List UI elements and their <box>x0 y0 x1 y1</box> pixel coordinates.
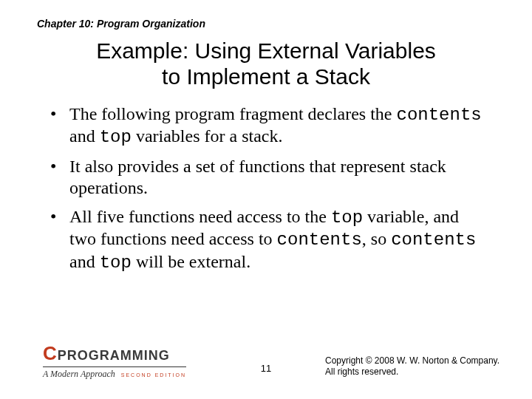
bullet-text: variables for a stack. <box>132 126 283 146</box>
code-snippet: contents <box>391 230 476 250</box>
footer: C PROGRAMMING A Modern Approach SECOND E… <box>0 343 532 380</box>
bullet-text: All five functions need access to the <box>69 207 331 226</box>
logo-tagline: A Modern Approach <box>43 369 115 380</box>
code-snippet: top <box>100 253 132 273</box>
bullet-text: and <box>69 252 100 271</box>
title-line-2: to Implement a Stack <box>162 64 370 89</box>
slide-title: Example: Using External Variables to Imp… <box>0 38 532 89</box>
bullet-item: The following program fragment declares … <box>50 103 488 149</box>
logo-edition: SECOND EDITION <box>121 372 186 378</box>
logo-word: PROGRAMMING <box>58 348 170 364</box>
bullet-text: , so <box>362 229 391 248</box>
copyright-line: Copyright © 2008 W. W. Norton & Company. <box>325 355 499 367</box>
bullet-text: It also provides a set of functions that… <box>69 157 446 197</box>
chapter-label: Chapter 10: Program Organization <box>37 18 205 30</box>
code-snippet: top <box>331 208 363 228</box>
copyright-line: All rights reserved. <box>325 366 499 378</box>
page-number: 11 <box>261 363 271 374</box>
bullet-text: and <box>69 126 100 146</box>
code-snippet: top <box>100 127 132 147</box>
bullet-text: will be external. <box>132 252 250 271</box>
code-snippet: contents <box>397 105 482 125</box>
logo-letter-c: C <box>43 342 56 365</box>
book-logo: C PROGRAMMING A Modern Approach SECOND E… <box>43 342 186 380</box>
title-line-1: Example: Using External Variables <box>96 38 436 63</box>
code-snippet: contents <box>277 230 362 250</box>
copyright: Copyright © 2008 W. W. Norton & Company.… <box>325 355 499 378</box>
bullet-item: All five functions need access to the to… <box>50 206 488 273</box>
bullet-item: It also provides a set of functions that… <box>50 156 488 200</box>
bullet-text: The following program fragment declares … <box>69 104 397 123</box>
bullet-list: The following program fragment declares … <box>50 103 488 281</box>
